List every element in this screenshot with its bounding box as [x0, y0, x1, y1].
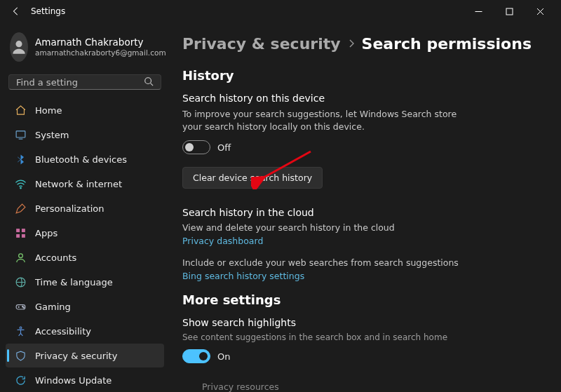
nav-label: Personalization	[35, 203, 104, 214]
privacy-icon	[14, 349, 27, 362]
svg-rect-12	[16, 234, 20, 237]
maximize-button[interactable]	[494, 1, 525, 22]
nav-bluetooth[interactable]: Bluetooth & devices	[6, 147, 164, 171]
device-history-toggle-label: Off	[217, 142, 231, 153]
more-settings-title: More settings	[182, 292, 546, 307]
search-icon	[144, 76, 154, 89]
gaming-icon	[14, 300, 27, 313]
privacy-resources-row[interactable]: Privacy resources	[182, 376, 546, 392]
search-input[interactable]	[16, 77, 144, 88]
nav-network[interactable]: Network & internet	[6, 172, 164, 196]
nav-gaming[interactable]: Gaming	[6, 295, 164, 318]
svg-rect-13	[21, 234, 25, 237]
personalization-icon	[14, 202, 27, 215]
breadcrumb: Privacy & security Search permissions	[182, 35, 546, 53]
time-language-icon	[14, 276, 27, 288]
accounts-icon	[14, 251, 27, 264]
cloud-history-desc2: Include or exclude your web searches fro…	[182, 257, 546, 268]
nav-system[interactable]: System	[6, 123, 164, 147]
svg-point-19	[22, 306, 22, 306]
nav-time-language[interactable]: Time & language	[6, 270, 164, 294]
sidebar: Amarnath Chakraborty amarnathchakraborty…	[0, 22, 170, 392]
search-highlights-desc: See content suggestions in the search bo…	[182, 332, 546, 342]
find-setting-search[interactable]	[8, 74, 161, 90]
svg-rect-7	[16, 130, 25, 137]
svg-rect-1	[506, 8, 513, 15]
profile-email: amarnathchakraborty6@gmail.com	[35, 48, 166, 58]
nav-label: Windows Update	[35, 375, 111, 386]
nav-accounts[interactable]: Accounts	[6, 245, 164, 269]
window-title: Settings	[31, 6, 65, 16]
nav-label: Accessibility	[35, 326, 91, 337]
close-button[interactable]	[525, 1, 555, 22]
nav-accessibility[interactable]: Accessibility	[6, 319, 164, 343]
nav-label: Accounts	[35, 252, 76, 263]
bing-history-settings-link[interactable]: Bing search history settings	[182, 271, 546, 281]
nav-label: Network & internet	[35, 179, 122, 189]
svg-point-5	[145, 77, 151, 83]
apps-icon	[14, 227, 27, 239]
nav-home[interactable]: Home	[6, 98, 164, 122]
device-history-toggle[interactable]	[182, 140, 210, 154]
svg-point-20	[23, 306, 24, 307]
breadcrumb-current: Search permissions	[362, 35, 532, 53]
profile-card[interactable]: Amarnath Chakraborty amarnathchakraborty…	[6, 29, 164, 72]
nav-label: Apps	[35, 228, 58, 238]
accessibility-icon	[14, 325, 27, 337]
windows-update-icon	[14, 374, 27, 386]
svg-rect-11	[21, 229, 25, 232]
svg-point-4	[15, 41, 22, 47]
search-highlights-toggle[interactable]	[182, 349, 210, 363]
nav-privacy-security[interactable]: Privacy & security	[6, 344, 164, 367]
content-area: Privacy & security Search permissions Hi…	[170, 22, 561, 392]
cloud-history-desc1: View and delete your search history in t…	[182, 222, 546, 233]
nav-label: Gaming	[35, 302, 71, 312]
profile-name: Amarnath Chakraborty	[35, 36, 166, 48]
search-highlights-heading: Show search highlights	[182, 317, 546, 328]
bluetooth-icon	[14, 153, 27, 165]
svg-point-14	[18, 253, 22, 257]
breadcrumb-parent[interactable]: Privacy & security	[182, 35, 341, 53]
nav-label: Time & language	[35, 277, 113, 288]
sidebar-nav: Home System Bluetooth & devices Network …	[6, 98, 164, 392]
svg-rect-10	[16, 229, 20, 232]
nav-label: Bluetooth & devices	[35, 154, 127, 165]
device-history-heading: Search history on this device	[182, 93, 546, 104]
network-icon	[14, 177, 27, 190]
minimize-button[interactable]	[463, 1, 494, 22]
nav-label: Privacy & security	[35, 351, 117, 361]
clear-device-history-button[interactable]: Clear device search history	[182, 167, 323, 189]
svg-point-21	[20, 327, 22, 329]
history-section-title: History	[182, 68, 546, 83]
avatar	[10, 32, 28, 62]
cloud-history-heading: Search history in the cloud	[182, 207, 546, 218]
svg-line-6	[151, 83, 154, 86]
nav-label: Home	[35, 105, 62, 116]
nav-apps[interactable]: Apps	[6, 221, 164, 245]
nav-personalization[interactable]: Personalization	[6, 196, 164, 220]
system-icon	[14, 128, 27, 141]
chevron-right-icon	[348, 37, 355, 50]
device-history-desc: To improve your search suggestions, let …	[182, 108, 477, 133]
search-highlights-toggle-label: On	[217, 351, 230, 362]
nav-windows-update[interactable]: Windows Update	[6, 368, 164, 392]
nav-label: System	[35, 130, 69, 140]
back-button[interactable]	[6, 1, 27, 22]
svg-point-9	[20, 187, 20, 188]
privacy-dashboard-link[interactable]: Privacy dashboard	[182, 236, 546, 246]
home-icon	[14, 104, 27, 116]
